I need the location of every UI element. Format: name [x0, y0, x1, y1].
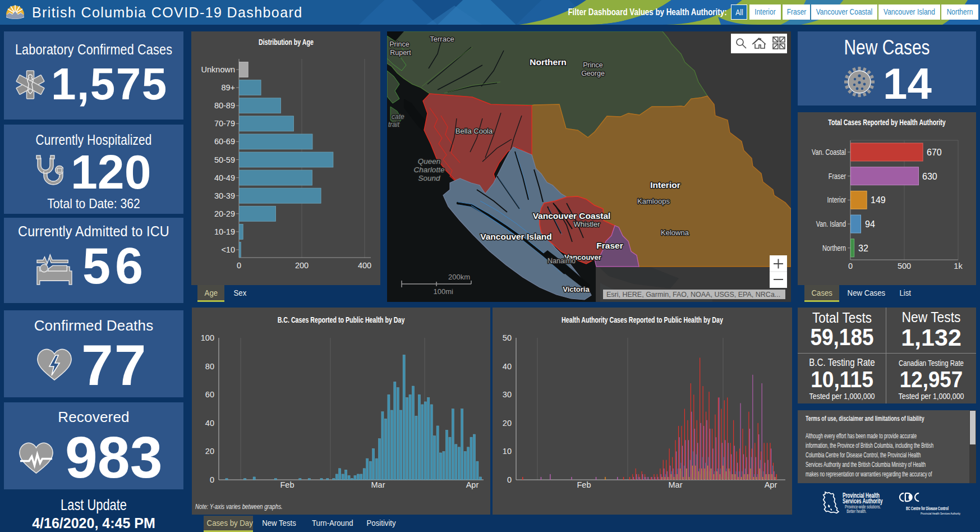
svg-text:Whistler: Whistler	[574, 220, 601, 228]
svg-text:Vancouver Island: Vancouver Island	[480, 232, 552, 241]
svg-text:30-39: 30-39	[214, 191, 235, 200]
svg-text:0: 0	[237, 261, 241, 270]
svg-text:1k: 1k	[954, 262, 963, 270]
svg-text:30: 30	[503, 390, 512, 399]
svg-text:Rupert: Rupert	[390, 49, 411, 57]
svg-text:40: 40	[205, 419, 214, 428]
svg-text:Northern: Northern	[530, 57, 566, 67]
svg-text:149: 149	[871, 195, 886, 205]
svg-text:60: 60	[205, 390, 214, 399]
svg-text:0: 0	[210, 475, 214, 484]
svg-text:Northern: Northern	[822, 243, 846, 253]
svg-text:630: 630	[922, 172, 937, 181]
svg-text:Sound: Sound	[418, 174, 440, 182]
svg-text:Interior: Interior	[827, 195, 846, 205]
svg-text:Terrace: Terrace	[430, 35, 454, 43]
svg-text:Nanaimo: Nanaimo	[547, 257, 576, 265]
svg-text:Victoria: Victoria	[563, 285, 590, 293]
svg-text:Kelowna: Kelowna	[661, 228, 689, 237]
svg-text:Charlotte: Charlotte	[414, 166, 445, 174]
svg-text:Kamloops: Kamloops	[637, 197, 670, 205]
svg-text:Mar: Mar	[669, 480, 683, 489]
svg-text:89+: 89+	[221, 83, 235, 92]
svg-text:100mi: 100mi	[434, 287, 454, 296]
svg-text:200: 200	[295, 261, 309, 270]
svg-text:0: 0	[848, 262, 853, 270]
svg-text:Esri, HERE, Garmin, FAO, NOAA,: Esri, HERE, Garmin, FAO, NOAA, USGS, EPA…	[606, 291, 780, 299]
svg-text:670: 670	[927, 148, 942, 157]
svg-text:Fraser: Fraser	[829, 171, 846, 181]
svg-text:<10: <10	[221, 245, 235, 254]
svg-text:cate: cate	[392, 113, 404, 121]
svg-text:0: 0	[507, 475, 512, 484]
svg-text:80-89: 80-89	[214, 101, 235, 110]
svg-text:80: 80	[205, 362, 214, 371]
svg-text:500: 500	[898, 262, 911, 270]
svg-text:Vancouver Coastal: Vancouver Coastal	[533, 211, 611, 221]
svg-text:Unknown: Unknown	[201, 65, 235, 74]
svg-text:Van. Island: Van. Island	[816, 219, 846, 228]
svg-text:20: 20	[205, 447, 214, 456]
svg-text:Van. Coastal: Van. Coastal	[812, 147, 846, 157]
svg-text:Fraser: Fraser	[596, 241, 623, 250]
svg-text:10: 10	[503, 447, 512, 456]
svg-text:20: 20	[503, 419, 512, 428]
svg-text:trait: trait	[388, 121, 400, 129]
svg-text:70-79: 70-79	[214, 119, 235, 128]
svg-text:Feb: Feb	[280, 480, 295, 489]
svg-text:32: 32	[858, 244, 868, 253]
svg-text:Apr: Apr	[466, 480, 479, 489]
svg-text:Prince: Prince	[583, 61, 602, 69]
svg-text:50-59: 50-59	[214, 155, 235, 164]
svg-text:20-29: 20-29	[214, 209, 235, 218]
svg-text:94: 94	[865, 219, 875, 229]
svg-text:Prince: Prince	[389, 40, 409, 48]
svg-text:Mar: Mar	[371, 480, 385, 489]
svg-text:50: 50	[503, 333, 512, 342]
svg-text:60-69: 60-69	[214, 137, 235, 146]
svg-text:40-49: 40-49	[214, 173, 235, 182]
svg-text:Feb: Feb	[577, 480, 591, 489]
svg-text:100: 100	[201, 333, 214, 342]
svg-text:Apr: Apr	[765, 480, 777, 489]
svg-text:George: George	[581, 70, 605, 77]
svg-text:Queen: Queen	[418, 157, 441, 166]
svg-text:Bella Coola: Bella Coola	[456, 127, 493, 135]
svg-text:40: 40	[503, 362, 512, 371]
svg-text:Interior: Interior	[650, 180, 680, 190]
svg-text:400: 400	[358, 261, 371, 270]
svg-text:10-19: 10-19	[214, 227, 235, 236]
svg-text:200km: 200km	[448, 273, 470, 281]
